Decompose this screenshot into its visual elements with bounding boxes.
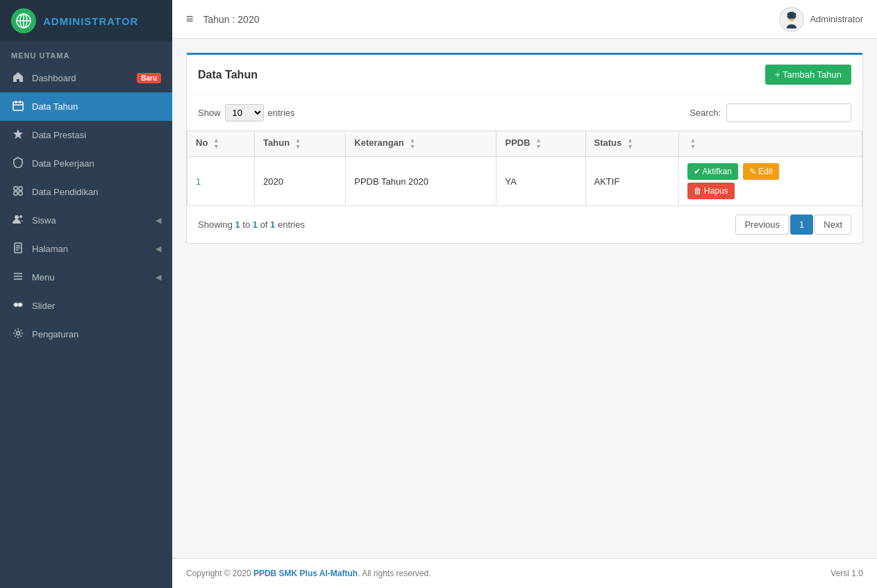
svg-rect-11 bbox=[14, 192, 17, 195]
pagination: Previous 1 Next bbox=[735, 215, 851, 235]
cell-keterangan: PPDB Tahun 2020 bbox=[346, 157, 496, 206]
cell-tahun: 2020 bbox=[255, 157, 346, 206]
table-header-row: No ▲▼ Tahun ▲▼ Keterangan ▲▼ PPDB ▲▼ Sta… bbox=[187, 131, 862, 157]
sidebar-item-data-prestasi[interactable]: Data Prestasi bbox=[0, 121, 172, 149]
puzzle-icon bbox=[11, 185, 25, 199]
sidebar-item-pengaturan[interactable]: Pengaturan bbox=[0, 320, 172, 348]
shield-icon bbox=[11, 157, 25, 170]
sidebar-item-halaman[interactable]: Halaman ◀ bbox=[0, 235, 172, 263]
cell-actions: ✔ Aktifkan ✎ Edit 🗑 Hapus bbox=[678, 157, 862, 206]
chevron-left-icon3: ◀ bbox=[156, 273, 161, 282]
topbar-left: ≡ Tahun : 2020 bbox=[186, 12, 259, 26]
col-tahun[interactable]: Tahun ▲▼ bbox=[255, 131, 346, 157]
page-1-button[interactable]: 1 bbox=[790, 215, 813, 235]
col-no[interactable]: No ▲▼ bbox=[187, 131, 255, 157]
table-controls: Show 10 25 50 100 entries Search: bbox=[187, 95, 862, 131]
search-label: Search: bbox=[690, 108, 721, 118]
sidebar-item-menu[interactable]: Menu ◀ bbox=[0, 263, 172, 292]
topbar-title: Tahun : 2020 bbox=[203, 14, 260, 25]
btn-hapus[interactable]: 🗑 Hapus bbox=[687, 183, 735, 199]
svg-rect-12 bbox=[19, 192, 22, 195]
content-area: Data Tahun + Tambah Tahun Show 10 25 50 … bbox=[172, 39, 877, 558]
star-icon bbox=[11, 128, 25, 142]
search-input[interactable] bbox=[726, 103, 851, 122]
sidebar-logo-icon bbox=[11, 8, 36, 33]
data-table: No ▲▼ Tahun ▲▼ Keterangan ▲▼ PPDB ▲▼ Sta… bbox=[187, 131, 862, 206]
footer-copyright: Copyright © 2020 PPDB SMK Plus Al-Maftuh… bbox=[186, 569, 431, 578]
card-header: Data Tahun + Tambah Tahun bbox=[187, 55, 862, 95]
col-status[interactable]: Status ▲▼ bbox=[585, 131, 678, 157]
footer-version: Versi 1.0 bbox=[830, 569, 863, 578]
previous-button[interactable]: Previous bbox=[735, 215, 789, 235]
svg-point-25 bbox=[17, 332, 20, 335]
svg-rect-10 bbox=[19, 187, 22, 190]
btn-edit[interactable]: ✎ Edit bbox=[743, 163, 779, 180]
footer: Copyright © 2020 PPDB SMK Plus Al-Maftuh… bbox=[172, 558, 877, 588]
chevron-left-icon: ◀ bbox=[156, 216, 161, 225]
entries-select[interactable]: 10 25 50 100 bbox=[225, 104, 264, 121]
btn-aktifkan[interactable]: ✔ Aktifkan bbox=[687, 163, 738, 180]
col-actions: ▲▼ bbox=[678, 131, 862, 157]
content-card: Data Tahun + Tambah Tahun Show 10 25 50 … bbox=[186, 53, 863, 244]
avatar bbox=[779, 7, 804, 32]
show-entries: Show 10 25 50 100 entries bbox=[198, 104, 295, 121]
showing-text: Showing 1 to 1 of 1 entries bbox=[198, 219, 305, 230]
footer-link[interactable]: PPDB SMK Plus Al-Maftuh bbox=[253, 569, 358, 578]
user-name: Administrator bbox=[810, 14, 863, 24]
sidebar-item-data-tahun[interactable]: Data Tahun bbox=[0, 92, 172, 121]
users-icon bbox=[11, 214, 25, 227]
svg-point-23 bbox=[15, 303, 18, 307]
sidebar: ADMINISTRATOR MENU UTAMA Dashboard Baru … bbox=[0, 0, 172, 588]
main-content: ≡ Tahun : 2020 bbox=[172, 0, 877, 588]
gear-icon bbox=[11, 328, 25, 341]
search-control: Search: bbox=[690, 103, 851, 122]
col-ppdb[interactable]: PPDB ▲▼ bbox=[496, 131, 585, 157]
sidebar-header: ADMINISTRATOR bbox=[0, 0, 172, 42]
table-footer: Showing 1 to 1 of 1 entries Previous 1 N… bbox=[187, 206, 862, 243]
document-icon bbox=[11, 242, 25, 255]
slider-icon bbox=[11, 299, 25, 312]
col-keterangan[interactable]: Keterangan ▲▼ bbox=[346, 131, 496, 157]
row-link[interactable]: 1 bbox=[196, 176, 201, 187]
chevron-left-icon2: ◀ bbox=[156, 244, 161, 253]
user-menu[interactable]: Administrator bbox=[779, 7, 863, 32]
sidebar-item-siswa[interactable]: Siswa ◀ bbox=[0, 206, 172, 235]
sidebar-title: ADMINISTRATOR bbox=[43, 15, 138, 27]
hamburger-icon[interactable]: ≡ bbox=[186, 12, 194, 26]
sidebar-item-dashboard[interactable]: Dashboard Baru bbox=[0, 64, 172, 92]
cell-ppdb: YA bbox=[496, 157, 585, 206]
menu-icon bbox=[11, 271, 25, 284]
show-label: Show bbox=[198, 108, 221, 118]
sidebar-item-data-pendidikan[interactable]: Data Pendidikan bbox=[0, 178, 172, 206]
svg-point-13 bbox=[15, 215, 19, 219]
add-tahun-button[interactable]: + Tambah Tahun bbox=[765, 65, 851, 85]
table-row: 1 2020 PPDB Tahun 2020 YA AKTIF ✔ Aktifk… bbox=[187, 157, 862, 206]
menu-section-label: MENU UTAMA bbox=[0, 42, 172, 64]
cell-status: AKTIF bbox=[585, 157, 678, 206]
entries-label: entries bbox=[268, 108, 295, 118]
sidebar-item-slider[interactable]: Slider bbox=[0, 292, 172, 320]
svg-point-24 bbox=[19, 303, 22, 307]
home-icon bbox=[11, 72, 25, 85]
svg-marker-8 bbox=[13, 129, 23, 139]
page-title: Data Tahun bbox=[198, 69, 258, 81]
svg-rect-9 bbox=[14, 187, 17, 190]
cell-no: 1 bbox=[187, 157, 255, 206]
svg-rect-4 bbox=[13, 102, 23, 110]
calendar-icon bbox=[11, 100, 25, 113]
next-button[interactable]: Next bbox=[815, 215, 851, 235]
topbar: ≡ Tahun : 2020 bbox=[172, 0, 877, 39]
sidebar-item-data-pekerjaan[interactable]: Data Pekerjaan bbox=[0, 149, 172, 178]
svg-point-14 bbox=[19, 215, 22, 218]
topbar-right: Administrator bbox=[779, 7, 863, 32]
